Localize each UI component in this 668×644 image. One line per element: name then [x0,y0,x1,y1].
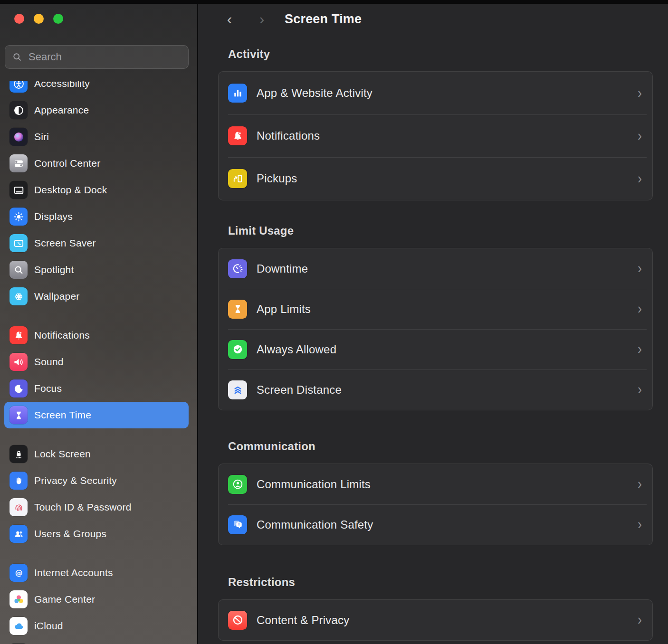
settings-row-communication-limits[interactable]: Communication Limits› [219,464,652,504]
wallpaper-icon [10,287,28,305]
sidebar-item-focus[interactable]: Focus [4,375,189,402]
sidebar-group: AccessibilityAppearanceSiriControl Cente… [0,81,197,310]
settings-card: Downtime›App Limits›Always Allowed›Scree… [218,248,653,410]
row-label: Communication Limits [257,478,371,491]
sidebar-item-label: Notifications [34,330,90,341]
back-button[interactable]: ‹ [226,11,233,27]
settings-row-screen-distance[interactable]: Screen Distance› [219,369,652,410]
search-input[interactable] [28,50,181,64]
sidebar-item-appearance[interactable]: Appearance [4,97,189,123]
sidebar-item-displays[interactable]: Displays [4,203,189,230]
settings-row-content-privacy[interactable]: Content & Privacy› [219,600,652,640]
pickups-icon [228,169,247,188]
sound-icon [10,353,28,371]
sidebar-item-game-center[interactable]: Game Center [4,586,189,613]
page-title: Screen Time [285,12,362,27]
settings-row-notifications[interactable]: Notifications› [219,114,652,157]
sidebar-item-desktop-dock[interactable]: Desktop & Dock [4,177,189,203]
svg-text:!: ! [238,522,239,527]
sidebar-item-users-groups[interactable]: Users & Groups [4,521,189,547]
sidebar-item-wallet-apple-pay[interactable]: Wallet & Apple Pay [4,639,189,644]
appearance-icon [10,101,28,119]
row-label: Downtime [257,262,308,275]
zoom-button[interactable] [53,14,63,24]
spotlight-icon [10,261,28,279]
sidebar-item-label: Spotlight [34,264,74,275]
sidebar-item-label: Accessibility [34,81,90,89]
row-label: App & Website Activity [257,86,372,100]
settings-card: Content & Privacy› [218,599,653,641]
settings-content: ActivityApp & Website Activity›Notificat… [199,34,668,644]
internet-accounts-icon: @ [10,564,28,582]
section-header: Activity [218,47,653,61]
screen-saver-icon [10,234,28,252]
chevron-right-icon: › [638,301,642,318]
siri-icon [10,128,28,146]
content-privacy-icon [228,611,247,630]
sidebar-item-label: Sound [34,356,64,368]
section-header: Restrictions [218,576,653,589]
sidebar-item-label: Appearance [34,104,89,116]
settings-row-pickups[interactable]: Pickups› [219,157,652,200]
forward-button[interactable]: › [258,11,266,27]
privacy-security-icon [10,472,28,490]
traffic-lights [14,14,63,24]
chevron-right-icon: › [638,341,642,358]
settings-row-app-website-activity[interactable]: App & Website Activity› [219,72,652,114]
settings-row-app-limits[interactable]: App Limits› [219,289,652,329]
chevron-right-icon: › [638,612,642,629]
sidebar-item-label: Screen Saver [34,237,96,249]
screen-distance-icon [228,380,247,399]
always-allowed-icon [228,340,247,359]
sidebar-item-privacy-security[interactable]: Privacy & Security [4,467,189,494]
sidebar-item-wallpaper[interactable]: Wallpaper [4,283,189,310]
app-activity-icon [228,84,247,103]
chevron-right-icon: › [638,381,642,398]
sidebar-item-sound[interactable]: Sound [4,349,189,375]
sidebar-item-lock-screen[interactable]: Lock Screen [4,441,189,467]
close-button[interactable] [14,14,24,24]
sidebar-item-siri[interactable]: Siri [4,123,189,150]
settings-row-downtime[interactable]: Downtime› [219,248,652,289]
sidebar-item-screen-saver[interactable]: Screen Saver [4,230,189,256]
screen-time-panel: ‹ › Screen Time ActivityApp & Website Ac… [199,4,668,644]
sidebar-item-label: Users & Groups [34,528,106,540]
control-center-icon [10,154,28,172]
icloud-icon [10,617,28,635]
communication-safety-icon: ! [228,515,247,534]
chevron-right-icon: › [638,260,642,277]
sidebar-group: @Internet AccountsGame CenteriCloudWalle… [0,559,197,644]
sidebar-item-internet-accounts[interactable]: @Internet Accounts [4,559,189,586]
sidebar-item-spotlight[interactable]: Spotlight [4,256,189,283]
settings-card: Communication Limits›!Communication Safe… [218,464,653,545]
sidebar-item-label: Focus [34,383,62,394]
sidebar-group: NotificationsSoundFocusScreen Time [0,322,197,428]
sidebar-item-label: Privacy & Security [34,475,117,486]
sidebar-item-accessibility[interactable]: Accessibility [4,81,189,97]
sidebar-item-label: Siri [34,131,49,142]
sidebar: AccessibilityAppearanceSiriControl Cente… [0,4,198,644]
users-groups-icon [10,525,28,543]
sidebar-item-touch-id-password[interactable]: Touch ID & Password [4,494,189,521]
sidebar-item-label: Wallpaper [34,291,80,302]
screen-time-icon [10,406,28,424]
sidebar-item-label: Lock Screen [34,448,91,460]
sidebar-item-notifications[interactable]: Notifications [4,322,189,349]
focus-icon [10,379,28,398]
sidebar-item-label: iCloud [34,620,63,632]
settings-row-always-allowed[interactable]: Always Allowed› [219,329,652,369]
sidebar-item-control-center[interactable]: Control Center [4,150,189,177]
sidebar-group: Lock ScreenPrivacy & SecurityTouch ID & … [0,441,197,547]
row-label: App Limits [257,303,311,316]
settings-row-communication-safety[interactable]: !Communication Safety› [219,504,652,545]
sidebar-item-screen-time[interactable]: Screen Time [4,402,189,428]
sidebar-item-label: Control Center [34,158,100,169]
chevron-right-icon: › [638,516,642,533]
chevron-right-icon: › [638,170,642,187]
accessibility-icon [10,81,28,93]
search-field[interactable] [5,45,189,69]
displays-icon [10,208,28,226]
sidebar-item-icloud[interactable]: iCloud [4,613,189,639]
minimize-button[interactable] [34,14,44,24]
row-label: Pickups [257,172,297,185]
